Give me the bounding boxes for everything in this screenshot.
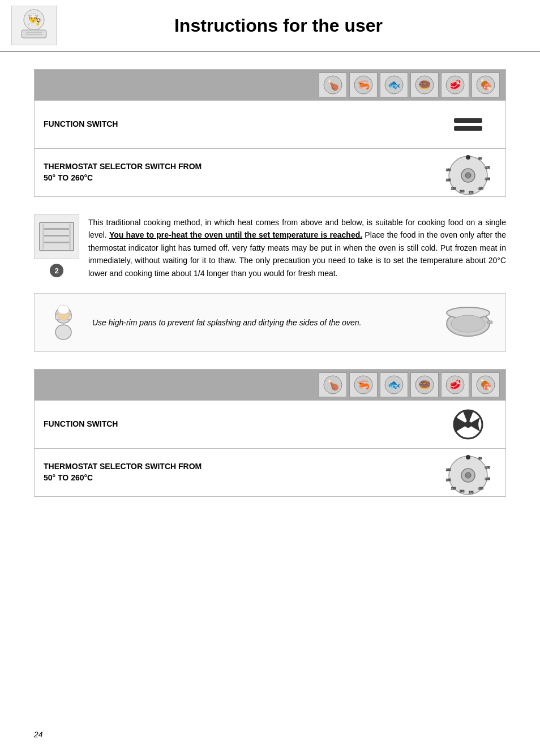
page-number: 24 xyxy=(34,730,43,739)
radiation-icon xyxy=(453,409,483,440)
function-switch-label-2: FUNCTION SWITCH xyxy=(44,419,440,430)
chef-icon xyxy=(44,303,83,342)
svg-text:🐟: 🐟 xyxy=(388,79,401,91)
cooking-icon-2-roast: 🍖 xyxy=(472,372,500,397)
svg-point-40 xyxy=(58,305,69,314)
svg-text:175: 175 xyxy=(469,491,474,494)
chef-tip-box: Use high-rim pans to prevent fat splashi… xyxy=(34,293,506,352)
section-block-1: 🍗 🦐 🐟 🍩 🥩 🍖 FUNCTION SWITCH xyxy=(34,69,506,197)
svg-text:175: 175 xyxy=(469,191,474,194)
svg-text:245: 245 xyxy=(446,478,451,482)
svg-text:225: 225 xyxy=(451,187,456,190)
step-badge: 2 xyxy=(50,264,63,277)
svg-text:🍖: 🍖 xyxy=(479,379,492,391)
svg-rect-35 xyxy=(69,224,71,250)
svg-text:🍖: 🍖 xyxy=(479,79,492,91)
cooking-icon-roast: 🍖 xyxy=(472,72,500,97)
oven-icon-container: 2 xyxy=(34,214,79,277)
svg-point-43 xyxy=(451,315,485,332)
cooking-icon-2-chicken: 🍗 xyxy=(319,372,347,397)
thermostat-dial-2: ·50 ·100 ·125 ·150 175 200 225 245 260 xyxy=(443,447,494,498)
cooking-icon-meat: 🥩 xyxy=(441,72,469,97)
svg-text:225: 225 xyxy=(451,487,456,490)
function-switch-icon-1 xyxy=(454,118,482,131)
logo-icon: 👨‍🍳 xyxy=(16,8,52,42)
svg-rect-34 xyxy=(42,224,44,250)
svg-point-38 xyxy=(55,325,71,340)
info-block: 2 This traditional cooking method, in wh… xyxy=(34,214,506,280)
function-switch-image-1 xyxy=(440,108,496,141)
svg-point-29 xyxy=(466,155,470,160)
thermostat-label-1: THERMOSTAT SELECTOR SWITCH FROM 50° TO 2… xyxy=(44,161,440,183)
cooking-icon-shrimp: 🦐 xyxy=(349,72,378,97)
svg-text:👨‍🍳: 👨‍🍳 xyxy=(27,12,41,26)
cooking-icon-chicken: 🍗 xyxy=(319,72,347,97)
svg-rect-31 xyxy=(42,228,71,230)
svg-text:🥩: 🥩 xyxy=(449,379,462,391)
svg-text:·125: ·125 xyxy=(485,177,490,181)
svg-text:·50: ·50 xyxy=(478,457,482,460)
svg-text:·100: ·100 xyxy=(485,166,490,169)
cooking-icon-2-shrimp: 🦐 xyxy=(349,372,378,397)
thermostat-dial-1: ·50 ·100 ·125 ·150 175 200 xyxy=(443,147,494,198)
chef-tip-text: Use high-rim pans to prevent fat splashi… xyxy=(92,316,431,329)
svg-point-70 xyxy=(465,472,471,478)
svg-point-71 xyxy=(466,455,470,459)
svg-text:·150: ·150 xyxy=(478,487,483,490)
svg-text:🍩: 🍩 xyxy=(418,379,431,391)
svg-text:·150: ·150 xyxy=(478,187,483,190)
svg-text:🐟: 🐟 xyxy=(388,379,401,391)
svg-text:260: 260 xyxy=(446,468,451,471)
cooking-icon-fish: 🐟 xyxy=(380,72,408,97)
thermostat-image-1: ·50 ·100 ·125 ·150 175 200 xyxy=(440,156,496,190)
svg-text:·100: ·100 xyxy=(485,466,490,469)
svg-text:🍗: 🍗 xyxy=(327,79,340,91)
thermostat-image-2: ·50 ·100 ·125 ·150 175 200 225 245 260 xyxy=(440,456,496,489)
func-bar-bottom xyxy=(454,126,482,131)
svg-text:🦐: 🦐 xyxy=(357,379,370,391)
svg-point-28 xyxy=(465,173,471,178)
pan-image xyxy=(440,303,496,342)
page-title: Instructions for the user xyxy=(74,15,529,36)
cooking-icon-2-meat: 🥩 xyxy=(441,372,469,397)
thermostat-row-1: THERMOSTAT SELECTOR SWITCH FROM 50° TO 2… xyxy=(35,148,505,196)
function-switch-image-2 xyxy=(440,407,496,441)
svg-rect-2 xyxy=(22,30,46,38)
svg-text:·125: ·125 xyxy=(485,477,490,480)
svg-text:200: 200 xyxy=(460,190,465,193)
info-text: This traditional cooking method, in whic… xyxy=(88,214,506,280)
function-switch-row-2: FUNCTION SWITCH xyxy=(35,400,505,448)
svg-rect-32 xyxy=(42,235,71,237)
thermostat-label-2: THERMOSTAT SELECTOR SWITCH FROM 50° TO 2… xyxy=(44,461,440,483)
cooking-icons-bar-2: 🍗 🦐 🐟 🍩 🥩 🍖 xyxy=(35,370,505,400)
svg-text:🦐: 🦐 xyxy=(357,79,370,91)
cooking-icon-2-pastry: 🍩 xyxy=(410,372,439,397)
thermostat-row-2: THERMOSTAT SELECTOR SWITCH FROM 50° TO 2… xyxy=(35,448,505,496)
oven-icon xyxy=(34,214,79,259)
svg-rect-33 xyxy=(42,242,71,243)
cooking-icon-pastry: 🍩 xyxy=(410,72,439,97)
bold-text: You have to pre-heat the oven until the … xyxy=(109,230,362,239)
svg-text:🥩: 🥩 xyxy=(449,79,462,91)
func-bar-top xyxy=(454,118,482,123)
brand-logo: 👨‍🍳 xyxy=(11,6,57,45)
svg-text:200: 200 xyxy=(460,489,465,493)
svg-text:245: 245 xyxy=(446,178,451,182)
page-header: 👨‍🍳 Instructions for the user xyxy=(0,0,540,52)
section-block-2: 🍗 🦐 🐟 🍩 🥩 🍖 FUNCTION SWITCH xyxy=(34,369,506,497)
svg-rect-44 xyxy=(487,321,492,324)
svg-text:·50: ·50 xyxy=(478,157,482,160)
function-switch-row-1: FUNCTION SWITCH xyxy=(35,100,505,148)
svg-text:🍗: 🍗 xyxy=(327,379,340,391)
cooking-icon-2-fish: 🐟 xyxy=(380,372,408,397)
cooking-icons-bar-1: 🍗 🦐 🐟 🍩 🥩 🍖 xyxy=(35,70,505,100)
svg-text:🍩: 🍩 xyxy=(418,79,431,91)
function-switch-label-1: FUNCTION SWITCH xyxy=(44,119,440,130)
svg-text:260: 260 xyxy=(446,168,451,171)
main-content: 🍗 🦐 🐟 🍩 🥩 🍖 FUNCTION SWITCH xyxy=(0,69,540,536)
